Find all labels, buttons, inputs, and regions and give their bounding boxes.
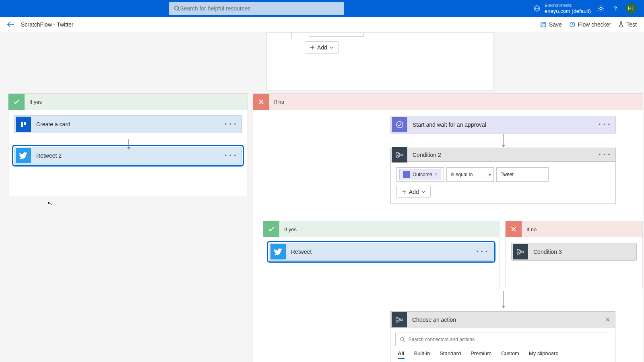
retweet-action[interactable]: Retweet • • • [269, 243, 493, 261]
condition-icon [513, 244, 528, 259]
svg-rect-18 [517, 249, 519, 251]
mouse-cursor: ↖ [47, 200, 53, 207]
choose-action-panel: Choose an action ✕ All Built-in Standard… [390, 311, 615, 362]
svg-line-25 [403, 341, 405, 342]
svg-rect-12 [21, 122, 23, 127]
save-icon [540, 21, 547, 28]
arrow-left-icon [7, 22, 14, 27]
tab-builtin[interactable]: Built-in [414, 350, 430, 359]
global-search-input[interactable] [180, 5, 339, 12]
svg-rect-16 [396, 156, 398, 157]
tab-clipboard[interactable]: My clipboard [529, 350, 559, 359]
connector-search[interactable] [395, 333, 610, 346]
close-button[interactable]: ✕ [601, 317, 615, 323]
condition3-card[interactable]: Condition 3 [511, 243, 637, 261]
card-menu-button[interactable]: • • • [472, 249, 493, 255]
nested-if-no-branch: If no Condition 3 [505, 221, 643, 289]
x-icon [253, 94, 269, 110]
environment-picker[interactable]: Environments enayu.com (default) [533, 3, 591, 14]
check-icon [263, 221, 279, 237]
add-row-button[interactable]: Add [396, 186, 431, 198]
nested-if-no-header[interactable]: If no [506, 221, 642, 237]
choose-action-title: Choose an action [408, 317, 601, 323]
add-label: Add [409, 189, 419, 195]
flow-checker-button[interactable]: Flow checker [569, 21, 611, 28]
token-icon [403, 171, 410, 178]
test-button[interactable]: Test [618, 21, 637, 28]
svg-point-0 [175, 6, 179, 10]
flask-icon [618, 21, 624, 28]
global-search[interactable] [169, 2, 344, 15]
nested-if-no-label: If no [526, 226, 537, 232]
nested-if-yes-branch: If yes Retweet • • • [263, 221, 500, 289]
nested-if-yes-header[interactable]: If yes [263, 221, 499, 237]
save-label: Save [549, 21, 562, 28]
operator-select[interactable]: is equal to [446, 167, 494, 182]
start-wait-action[interactable]: Start and wait for an approval • • • [390, 116, 616, 134]
plus-icon [310, 45, 315, 50]
connector-line [503, 291, 504, 308]
top-app-bar: Environments enayu.com (default) ? HL [0, 0, 644, 17]
gear-icon [597, 5, 605, 12]
if-no-header[interactable]: If no [253, 94, 643, 110]
condition-icon [392, 312, 407, 327]
help-icon: ? [612, 5, 619, 12]
environment-icon [533, 5, 541, 12]
svg-rect-17 [401, 154, 403, 156]
trello-icon [16, 117, 31, 132]
condition-value-input[interactable] [496, 167, 549, 182]
chevron-down-icon [421, 190, 425, 193]
plus-icon [402, 189, 407, 194]
twitter-icon [16, 148, 31, 163]
flow-canvas: Add If yes Create a card • • • Retweet 2 [0, 32, 644, 362]
connector-line [291, 32, 291, 39]
input-stub [309, 33, 364, 37]
check-icon [8, 94, 25, 110]
flow-title: ScratchFlow - Twitter [21, 21, 73, 28]
settings-button[interactable] [597, 4, 605, 13]
user-avatar[interactable]: HL [625, 3, 637, 14]
back-button[interactable] [7, 22, 14, 27]
create-card-label: Create a card [32, 121, 220, 128]
connector-line [503, 134, 504, 147]
test-label: Test [626, 21, 637, 28]
condition2-card[interactable]: Condition 2 • • • Outcome × is equal to [390, 148, 616, 204]
card-menu-button[interactable]: • • • [220, 153, 242, 158]
svg-rect-23 [400, 319, 402, 321]
tab-standard[interactable]: Standard [440, 350, 461, 359]
save-button[interactable]: Save [540, 21, 562, 28]
x-icon [506, 221, 522, 237]
svg-point-5 [600, 7, 602, 10]
card-menu-button[interactable]: • • • [594, 122, 615, 128]
search-icon [174, 5, 180, 12]
svg-line-1 [178, 10, 180, 11]
if-yes-header[interactable]: If yes [8, 94, 248, 110]
if-yes-label: If yes [29, 99, 42, 105]
tab-premium[interactable]: Premium [471, 350, 491, 359]
card-menu-button[interactable]: • • • [220, 121, 242, 127]
token-remove-button[interactable]: × [435, 172, 438, 177]
help-button[interactable]: ? [611, 4, 620, 13]
condition2-label: Condition 2 [409, 152, 594, 158]
environment-label: Environments [545, 3, 591, 8]
if-yes-branch: If yes Create a card • • • Retweet 2 • •… [8, 93, 248, 196]
tab-all[interactable]: All [398, 350, 405, 359]
start-wait-label: Start and wait for an approval [409, 121, 594, 128]
condition-icon [392, 147, 407, 162]
connector-search-input[interactable] [408, 337, 606, 342]
tab-custom[interactable]: Custom [501, 350, 519, 359]
svg-rect-20 [522, 251, 524, 253]
add-button[interactable]: Add [305, 41, 339, 53]
retweet-label: Retweet [287, 249, 472, 255]
if-no-label: If no [274, 99, 284, 105]
card-menu-button[interactable]: • • • [594, 152, 615, 158]
svg-rect-15 [396, 152, 398, 154]
approval-icon [392, 117, 407, 132]
token-label: Outcome [413, 172, 432, 177]
condition3-label: Condition 3 [529, 249, 636, 255]
connector-tabs: All Built-in Standard Premium Custom My … [395, 350, 610, 359]
svg-rect-9 [542, 25, 545, 27]
create-card-action[interactable]: Create a card • • • [14, 115, 242, 133]
svg-text:?: ? [614, 5, 617, 12]
outcome-token[interactable]: Outcome × [399, 169, 441, 180]
